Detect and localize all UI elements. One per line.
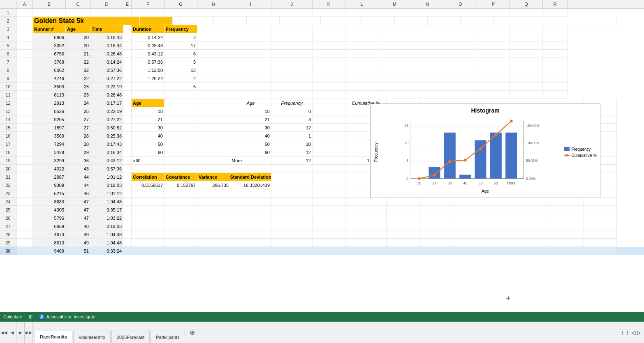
- chart-legend: Frequency Cumulative %: [561, 116, 597, 188]
- row-27: 27 6689 48 0:19:03: [0, 222, 644, 230]
- svg-text:10: 10: [404, 141, 408, 145]
- cell-r1[interactable]: [543, 9, 568, 17]
- col-header-o[interactable]: O: [444, 0, 477, 8]
- cell-d3-header[interactable]: Time: [90, 25, 123, 33]
- cell-f2[interactable]: [181, 17, 214, 25]
- scroll-left-icon[interactable]: ◁: [632, 330, 635, 336]
- cell-n3[interactable]: [411, 25, 444, 33]
- cell-b3-header[interactable]: Runner #: [33, 25, 66, 33]
- cell-r2[interactable]: [592, 17, 617, 25]
- col-header-g[interactable]: G: [164, 0, 197, 8]
- cell-d2[interactable]: [140, 17, 173, 25]
- col-header-r[interactable]: R: [543, 0, 568, 8]
- cell-q1[interactable]: [510, 9, 543, 17]
- cell-q3[interactable]: [510, 25, 543, 33]
- cell-f1[interactable]: [132, 9, 164, 17]
- cell-c3-header[interactable]: Age: [66, 25, 90, 33]
- cell-h3[interactable]: [197, 25, 230, 33]
- cell-i1[interactable]: [230, 9, 271, 17]
- sheet-tab-volunteerinfo[interactable]: VolunteerInfo: [73, 331, 111, 343]
- scroll-right-icon[interactable]: ▷: [637, 330, 641, 336]
- tab-scroll-left[interactable]: ◀◀: [0, 322, 8, 343]
- cell-j3[interactable]: [271, 25, 313, 33]
- col-header-n[interactable]: N: [411, 0, 444, 8]
- cell-g3-header[interactable]: Frequency: [164, 25, 197, 33]
- cell-m2[interactable]: [428, 17, 461, 25]
- cell-e2[interactable]: [173, 17, 181, 25]
- cell-o1[interactable]: [444, 9, 477, 17]
- col-header-k[interactable]: K: [313, 0, 345, 8]
- cell-e3[interactable]: [123, 25, 132, 33]
- tab-scroll-right[interactable]: ▶▶: [25, 322, 33, 343]
- cell-j2[interactable]: [321, 17, 362, 25]
- svg-point-28: [418, 177, 421, 180]
- cell-p2[interactable]: [526, 17, 559, 25]
- cell-k3[interactable]: [313, 25, 345, 33]
- cell-l2[interactable]: [395, 17, 428, 25]
- row-8: 8 6062 22 0:57:36 1:12:00 13: [0, 66, 644, 74]
- cell-l1[interactable]: [345, 9, 378, 17]
- row-num-header: [0, 0, 16, 8]
- cell-b1[interactable]: [33, 9, 66, 17]
- col-header-a[interactable]: A: [16, 0, 33, 8]
- cell-l3[interactable]: [345, 25, 378, 33]
- svg-rect-12: [459, 175, 471, 178]
- cell-a2[interactable]: [16, 17, 33, 25]
- sheet-tab-raceresults[interactable]: RaceResults: [35, 331, 72, 343]
- cell-a3[interactable]: [16, 25, 33, 33]
- cell-d1[interactable]: [90, 9, 123, 17]
- cell-h1[interactable]: [197, 9, 230, 17]
- cell-r3[interactable]: [543, 25, 568, 33]
- cell-i3[interactable]: [230, 25, 271, 33]
- cell-i2[interactable]: [280, 17, 321, 25]
- cell-j1[interactable]: [271, 9, 313, 17]
- tab-scroll-next[interactable]: ▶: [16, 322, 25, 343]
- cell-p1[interactable]: [477, 9, 510, 17]
- col-header-b[interactable]: B: [33, 0, 66, 8]
- col-header-l[interactable]: L: [345, 0, 378, 8]
- cell-f3-header[interactable]: Duration: [132, 25, 164, 33]
- col-header-f[interactable]: F: [132, 0, 164, 8]
- cell-o2[interactable]: [493, 17, 526, 25]
- col-header-i[interactable]: I: [230, 0, 271, 8]
- tab-options-icon[interactable]: ⋮⋮: [620, 330, 630, 336]
- svg-text:150.00%: 150.00%: [526, 124, 539, 128]
- cell-q2[interactable]: [559, 17, 592, 25]
- cell-a1[interactable]: [16, 9, 33, 17]
- col-header-p[interactable]: P: [477, 0, 510, 8]
- col-header-h[interactable]: H: [197, 0, 230, 8]
- add-sheet-button[interactable]: ⊕: [188, 328, 197, 338]
- cell-k1[interactable]: [313, 9, 345, 17]
- row-30: 30 9469 51 0:33:24: [0, 247, 644, 255]
- svg-text:0: 0: [406, 177, 408, 181]
- col-header-e[interactable]: E: [123, 0, 132, 8]
- svg-point-31: [464, 159, 467, 161]
- col-header-q[interactable]: Q: [510, 0, 543, 8]
- cell-n2[interactable]: [461, 17, 493, 25]
- col-header-j[interactable]: J: [271, 0, 313, 8]
- cell-k2[interactable]: [362, 17, 395, 25]
- cell-m3[interactable]: [378, 25, 411, 33]
- cell-e1[interactable]: [123, 9, 132, 17]
- cell-m1[interactable]: [378, 9, 411, 17]
- tab-scroll-prev[interactable]: ◀: [8, 322, 16, 343]
- cell-c1[interactable]: [66, 9, 90, 17]
- histogram-chart[interactable]: Histogram Frequency 0 5 10 15: [370, 104, 600, 198]
- cell-g2[interactable]: [214, 17, 247, 25]
- col-header-c[interactable]: C: [66, 0, 90, 8]
- cell-n1[interactable]: [411, 9, 444, 17]
- col-header-d[interactable]: D: [90, 0, 123, 8]
- cell-h2[interactable]: [247, 17, 280, 25]
- svg-text:5: 5: [406, 159, 408, 163]
- row-1: 1: [0, 9, 644, 17]
- cell-b2-title[interactable]: Golden State 5k: [33, 17, 115, 25]
- cell-p3[interactable]: [477, 25, 510, 33]
- sheet-tab-participants[interactable]: Participants: [151, 331, 185, 343]
- sheet-tabs: RaceResults VolunteerInfo 2025Forecast P…: [33, 322, 186, 343]
- cell-c2[interactable]: [115, 17, 140, 25]
- col-header-m[interactable]: M: [378, 0, 411, 8]
- sheet-tab-2025forecast[interactable]: 2025Forecast: [111, 331, 150, 343]
- cell-o3[interactable]: [444, 25, 477, 33]
- cell-g1[interactable]: [164, 9, 197, 17]
- svg-text:50: 50: [478, 181, 482, 185]
